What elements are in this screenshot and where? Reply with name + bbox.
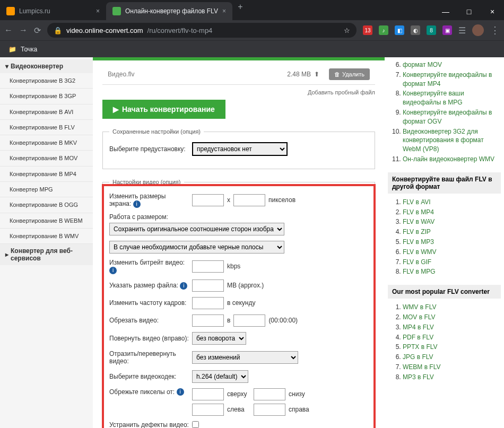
bitrate-input[interactable]	[192, 260, 224, 273]
chrome-menu-icon[interactable]: ⋮	[490, 24, 500, 36]
deinterlace-checkbox[interactable]	[192, 421, 199, 428]
popular-link[interactable]: WMV в FLV	[403, 303, 437, 311]
sidebar-item[interactable]: Конвертирование В MP4	[0, 167, 93, 182]
sidebar-item[interactable]: Конвертирование В WEBM	[0, 213, 93, 229]
star-icon[interactable]: ☆	[344, 27, 350, 34]
popular-link[interactable]: PPTX в FLV	[403, 343, 438, 351]
related-link[interactable]: Конвертируйте ваши видеофайлы в MPG	[403, 90, 464, 106]
format-link[interactable]: FLV в AVI	[403, 198, 431, 206]
back-icon[interactable]: ←	[4, 25, 13, 35]
related-link[interactable]: формат MOV	[403, 61, 442, 68]
sidebar: ▾ Видеоконвертер Конвертирование В 3G2 К…	[0, 57, 93, 428]
sidebar-item[interactable]: Конвертирование В MOV	[0, 151, 93, 166]
codec-select[interactable]: h.264 (default)	[192, 370, 248, 383]
extension-icon[interactable]: ◧	[395, 25, 404, 35]
bars-select[interactable]: В случае необходимости добавьте черные п…	[109, 241, 284, 254]
filesize-input[interactable]	[192, 279, 224, 292]
bookmark-item[interactable]: Точка	[21, 46, 37, 53]
cut-to-input[interactable]	[233, 315, 265, 327]
reading-list-icon[interactable]: ☰	[458, 25, 466, 36]
browser-toolbar: ← → ⟳ 🔒 video.online-convert.com/ru/conv…	[0, 20, 504, 40]
info-icon[interactable]: i	[133, 200, 141, 208]
format-link[interactable]: FLV в WMV	[403, 248, 437, 256]
close-icon[interactable]: ×	[222, 7, 226, 15]
browser-tab-active[interactable]: Онлайн-конвертер файлов FLV ×	[106, 2, 232, 20]
popular-link[interactable]: MOV в FLV	[403, 313, 436, 321]
popular-link[interactable]: MP3 в FLV	[403, 373, 434, 381]
right-heading-popular: Our most popular FLV converter	[388, 285, 501, 299]
sidebar-section-videoconverter[interactable]: ▾ Видеоконвертер	[0, 59, 93, 73]
sidebar-item[interactable]: Конвертирование В 3G2	[0, 73, 93, 89]
delete-button[interactable]: 🗑 Удалить	[329, 68, 370, 80]
crop-left-input[interactable]	[192, 404, 224, 416]
format-link[interactable]: FLV в WAV	[403, 218, 435, 225]
format-link[interactable]: FLV в MP3	[403, 238, 434, 246]
trash-icon: 🗑	[334, 71, 340, 77]
reload-icon[interactable]: ⟳	[34, 25, 41, 36]
cut-label: Обрезать видео:	[109, 317, 189, 324]
sidebar-item[interactable]: Конвертирование В OGG	[0, 197, 93, 213]
tab-title: Lumpics.ru	[19, 7, 50, 15]
file-name: Видео.flv	[108, 71, 134, 78]
preset-select[interactable]: предустановок нет	[192, 142, 288, 156]
format-link[interactable]: FLV в MPG	[403, 268, 436, 275]
sidebar-item[interactable]: Конвертирование В AVI	[0, 104, 93, 120]
avatar[interactable]	[472, 24, 484, 36]
related-link[interactable]: Видеоконвертер 3G2 для конвертирования в…	[403, 128, 484, 153]
info-icon[interactable]: i	[180, 282, 187, 290]
flip-label: Отразить/перевернуть видео:	[109, 350, 189, 365]
address-bar[interactable]: 🔒 video.online-convert.com/ru/convert/fl…	[47, 23, 357, 38]
extension-icon[interactable]: 8	[427, 25, 436, 35]
popular-link[interactable]: JPG в FLV	[403, 353, 433, 361]
resize-label: Изменить размеры экрана: i	[109, 193, 189, 208]
related-link[interactable]: Конвертируйте видеофайлы в формат OGV	[403, 109, 492, 125]
related-link[interactable]: Он-лайн видеоконвертер WMV	[403, 155, 494, 163]
related-link[interactable]: Конвертируйте видеофайлы в формат MP4	[403, 71, 492, 88]
new-tab-button[interactable]: +	[232, 2, 248, 20]
format-link[interactable]: FLV в MP4	[403, 208, 434, 216]
browser-tab-lumpics[interactable]: Lumpics.ru ×	[0, 2, 106, 20]
sidebar-item[interactable]: Конвертирование В FLV	[0, 120, 93, 135]
window-titlebar: Lumpics.ru × Онлайн-конвертер файлов FLV…	[0, 0, 504, 20]
extension-icon[interactable]: ◐	[411, 25, 420, 35]
extension-icon[interactable]: ♪	[379, 25, 388, 35]
width-input[interactable]	[192, 194, 224, 206]
sidebar-header-label: Конвертер для веб-сервисов	[11, 247, 88, 262]
progress-bar	[93, 57, 385, 60]
aspect-select[interactable]: Сохранить оригинальное соотношение сторо…	[109, 223, 284, 235]
start-conversion-button[interactable]: ▶ Начать конвертирование	[102, 100, 225, 119]
crop-top-input[interactable]	[192, 388, 224, 400]
sidebar-section-webservices[interactable]: ▸ Конвертер для веб-сервисов	[0, 244, 93, 265]
add-trial-file-link[interactable]: Добавить пробный файл	[102, 89, 375, 95]
main-content: Видео.flv 2.48 MB ⬆ 🗑 Удалить Добавить п…	[93, 57, 385, 428]
sidebar-item[interactable]: Конвертирование В MKV	[0, 135, 93, 151]
fps-input[interactable]	[192, 297, 224, 309]
format-link[interactable]: FLV в GIF	[403, 258, 431, 266]
maximize-icon[interactable]: □	[457, 3, 481, 20]
crop-right-input[interactable]	[254, 404, 285, 416]
folder-icon: 📁	[8, 46, 16, 53]
format-link[interactable]: FLV в ZIP	[403, 228, 431, 235]
minimize-icon[interactable]: —	[434, 3, 457, 20]
flip-select[interactable]: без изменений	[192, 351, 298, 364]
extension-icon[interactable]: ▣	[442, 25, 452, 35]
info-icon[interactable]: i	[177, 388, 184, 396]
favicon-lumpics	[6, 7, 15, 15]
saved-legend: Сохраненные настройки (опция)	[109, 128, 204, 135]
close-icon[interactable]: ×	[96, 7, 100, 15]
close-window-icon[interactable]: ×	[481, 3, 504, 20]
info-icon[interactable]: i	[109, 267, 117, 274]
popular-link[interactable]: WEBM в FLV	[403, 363, 441, 371]
rotate-select[interactable]: без поворота	[192, 332, 246, 345]
sidebar-item[interactable]: Конвертирование В WMV	[0, 229, 93, 244]
cut-from-input[interactable]	[192, 315, 224, 327]
height-input[interactable]	[233, 194, 265, 206]
crop-bottom-input[interactable]	[254, 388, 285, 400]
sidebar-item[interactable]: Конвертер MPG	[0, 182, 93, 197]
extension-icon[interactable]: 13	[363, 25, 372, 35]
popular-link[interactable]: MP4 в FLV	[403, 324, 434, 331]
forward-icon[interactable]: →	[19, 25, 28, 35]
sidebar-item[interactable]: Конвертирование В 3GP	[0, 89, 93, 104]
saved-settings-fieldset: Сохраненные настройки (опция) Выберите п…	[102, 128, 375, 169]
popular-link[interactable]: PDF в FLV	[403, 334, 433, 341]
